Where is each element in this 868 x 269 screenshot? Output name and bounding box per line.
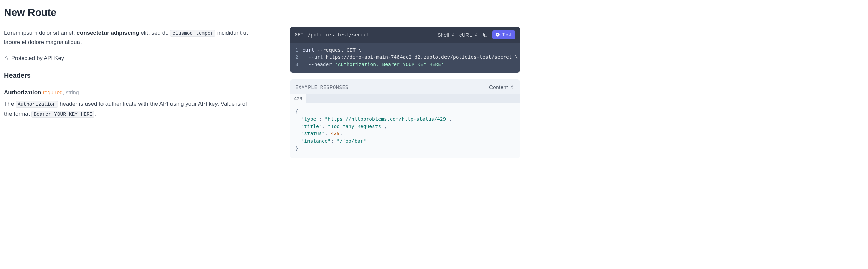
test-button-label: Test <box>502 32 511 38</box>
language-selector[interactable]: Shell <box>438 32 455 38</box>
response-header-bar: EXAMPLE RESPONSES Content <box>290 79 520 94</box>
response-title: EXAMPLE RESPONSES <box>295 84 348 90</box>
code-block: 123 curl --request GET \ --url https://d… <box>290 43 520 73</box>
language-label: Shell <box>438 32 449 38</box>
http-method: GET <box>295 32 303 38</box>
request-header-bar: GET /policies-test/secret Shell cURL Tes… <box>290 27 520 43</box>
content-selector[interactable]: Content <box>489 84 515 90</box>
desc-text: The <box>4 101 16 107</box>
desc-text: . <box>94 111 96 117</box>
chevron-updown-icon <box>474 33 478 37</box>
protected-label: Protected by API Key <box>11 55 64 62</box>
intro-paragraph: Lorem ipsum dolor sit amet, consectetur … <box>4 28 256 47</box>
chevron-updown-icon <box>510 85 515 89</box>
intro-text: elit, sed do <box>139 30 170 36</box>
svg-rect-1 <box>485 34 487 37</box>
play-icon <box>495 32 500 37</box>
chevron-updown-icon <box>451 33 455 37</box>
copy-icon <box>482 32 488 38</box>
header-type: string <box>66 90 79 95</box>
header-item: Authorization required, string <box>4 89 256 96</box>
tab-429[interactable]: 429 <box>290 94 306 103</box>
intro-text: Lorem ipsum dolor sit amet, <box>4 30 76 36</box>
protected-notice: Protected by API Key <box>4 55 256 62</box>
tool-label: cURL <box>459 32 472 38</box>
svg-rect-0 <box>5 58 8 60</box>
header-name: Authorization <box>4 89 41 96</box>
response-tabs: 429 <box>290 94 520 103</box>
test-button[interactable]: Test <box>492 30 515 39</box>
response-panel: EXAMPLE RESPONSES Content 429 { "type": … <box>290 79 520 158</box>
header-description: The Authorization header is used to auth… <box>4 99 256 119</box>
response-body[interactable]: { "type": "https://httpproblems.com/http… <box>290 103 520 158</box>
line-numbers: 123 <box>290 47 302 68</box>
copy-button[interactable] <box>482 32 488 38</box>
code-content[interactable]: curl --request GET \ --url https://demo-… <box>302 47 518 68</box>
desc-inline-code: Bearer YOUR_KEY_HERE <box>31 111 94 118</box>
required-badge: required <box>43 90 63 95</box>
request-path: /policies-test/secret <box>307 32 433 38</box>
lock-icon <box>4 56 9 61</box>
intro-bold: consectetur adipiscing <box>76 30 139 36</box>
desc-inline-code: Authorization <box>16 101 58 108</box>
divider <box>4 83 256 83</box>
intro-inline-code: eiusmod tempor <box>170 30 215 37</box>
content-label: Content <box>489 84 508 90</box>
tool-selector[interactable]: cURL <box>459 32 479 38</box>
headers-heading: Headers <box>4 72 256 79</box>
separator: , <box>63 89 64 96</box>
request-panel: GET /policies-test/secret Shell cURL Tes… <box>290 27 520 73</box>
page-title: New Route <box>4 7 256 18</box>
